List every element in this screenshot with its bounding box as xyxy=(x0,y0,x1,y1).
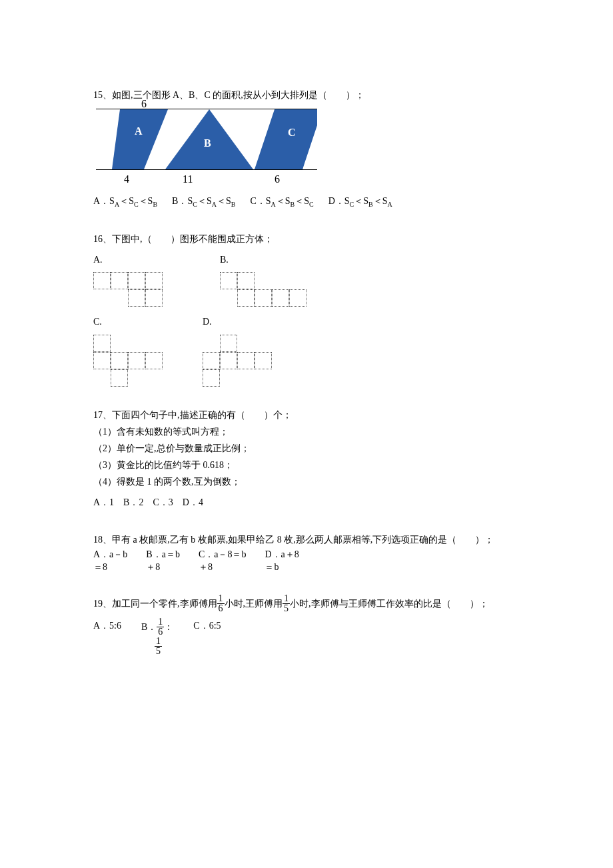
q15-opt-c: C．SA＜SB＜SC xyxy=(250,193,313,211)
fraction-1-5-icon: 15 xyxy=(283,594,290,613)
shape-c-label: C xyxy=(288,127,296,138)
q19-post: 小时,李师傅与王师傅工作效率的比是（ ）； xyxy=(290,595,488,612)
q16-net-d: D. xyxy=(203,313,272,386)
q17-item-2: （2）单价一定,总价与数量成正比例； xyxy=(93,440,520,457)
q16-stem: 16、下图中,（ ）图形不能围成正方体； xyxy=(93,231,520,247)
svg-marker-0 xyxy=(112,109,168,169)
q18-opt-d: D．a＋8＝b xyxy=(265,548,299,574)
q17-item-3: （3）黄金比的比值约等于 0.618； xyxy=(93,457,520,473)
q15-opt-b: B．SC＜SA＜SB xyxy=(172,193,235,211)
question-18: 18、甲有 a 枚邮票,乙有 b 枚邮票,如果甲给乙 8 枚,那么两人邮票相等,… xyxy=(93,531,520,574)
q15-opt-a: A．SA＜SC＜SB xyxy=(93,193,157,211)
question-16: 16、下图中,（ ）图形不能围成正方体； A. B. C. xyxy=(93,231,520,387)
q16-net-a: A. xyxy=(93,251,180,307)
question-19: 19、加工同一个零件,李师傅用 16 小时,王师傅用 15 小时,李师傅与王师傅… xyxy=(93,594,520,656)
q17-options: A．1 B．2 C．3 D．4 xyxy=(93,494,520,511)
q19-pre: 19、加工同一个零件,李师傅用 xyxy=(93,595,217,612)
shape-b-label: B xyxy=(204,137,211,149)
svg-marker-3 xyxy=(255,109,317,169)
q18-opt-c: C．a－8＝b＋8 xyxy=(199,548,247,574)
q16-net-b: B. xyxy=(220,251,306,307)
q15-options: A．SA＜SC＜SB B．SC＜SA＜SB C．SA＜SB＜SC D．SC＜SB… xyxy=(93,193,520,211)
q17-stem: 17、下面四个句子中,描述正确的有（ ）个； xyxy=(93,407,520,423)
q19-opt-b: B． 16 ： 15 xyxy=(141,617,173,656)
q15-stem: 15、如图,三个图形 A、B、C 的面积,按从小到大排列是（ ）； xyxy=(93,87,520,103)
q19-mid: 小时,王师傅用 xyxy=(225,595,283,612)
q15-opt-d: D．SC＜SB＜SA xyxy=(328,193,392,211)
q19-opt-c: C．6:5 xyxy=(193,617,221,634)
question-15: 15、如图,三个图形 A、B、C 的面积,按从小到大排列是（ ）； 6 A B … xyxy=(93,87,520,211)
q17-item-4: （4）得数是 1 的两个数,互为倒数； xyxy=(93,473,520,490)
question-17: 17、下面四个句子中,描述正确的有（ ）个； （1）含有未知数的等式叫方程； （… xyxy=(93,407,520,511)
q15-figure: 6 A B C 4 11 6 xyxy=(93,109,320,183)
fraction-1-6-icon: 16 xyxy=(217,594,225,613)
q15-bottom-6: 6 xyxy=(275,170,280,189)
q15-bottom-11: 11 xyxy=(183,170,193,189)
q15-bottom-4: 4 xyxy=(124,170,129,189)
q19-opt-a: A．5:6 xyxy=(93,617,121,634)
q18-opt-a: A．a－b＝8 xyxy=(93,548,127,574)
q18-stem: 18、甲有 a 枚邮票,乙有 b 枚邮票,如果甲给乙 8 枚,那么两人邮票相等,… xyxy=(93,531,520,548)
q17-item-1: （1）含有未知数的等式叫方程； xyxy=(93,423,520,440)
q16-net-c: C. xyxy=(93,313,163,386)
shape-a-label: A xyxy=(135,125,143,137)
q18-opt-b: B．a＝b＋8 xyxy=(146,548,180,574)
